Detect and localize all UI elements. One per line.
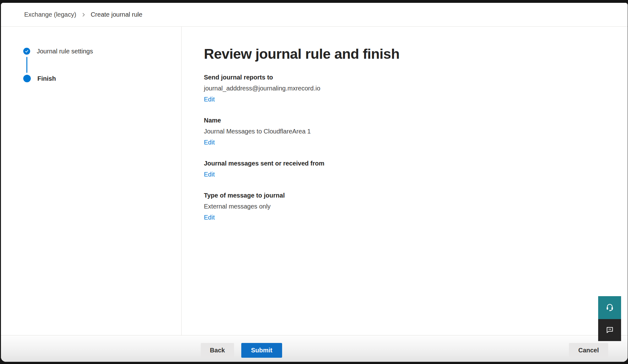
feedback-button[interactable]	[598, 319, 621, 341]
chat-bubble-icon	[605, 325, 614, 335]
step-journal-rule-settings[interactable]: Journal rule settings	[23, 47, 181, 56]
breadcrumb-exchange-legacy[interactable]: Exchange (legacy)	[24, 11, 76, 18]
section-name: Name Journal Messages to CloudflareArea …	[204, 115, 615, 148]
message-type-value: External messages only	[204, 201, 615, 212]
help-button[interactable]	[598, 296, 621, 319]
cancel-button[interactable]: Cancel	[569, 343, 608, 358]
chevron-right-icon	[81, 13, 86, 17]
back-button[interactable]: Back	[201, 343, 234, 358]
headset-icon	[605, 303, 614, 312]
breadcrumb-current-page: Create journal rule	[91, 11, 143, 18]
step-connector-line	[26, 57, 27, 73]
submit-button[interactable]: Submit	[241, 343, 282, 358]
section-label: Send journal reports to	[204, 72, 615, 83]
floating-action-stack	[598, 296, 621, 341]
breadcrumb-bar: Exchange (legacy) Create journal rule	[1, 3, 628, 27]
page-title: Review journal rule and finish	[204, 46, 615, 62]
wizard-footer: Back Submit Cancel	[1, 335, 628, 362]
journal-report-address: journal_adddress@journaling.mxrecord.io	[204, 83, 615, 94]
edit-send-journal-reports-link[interactable]: Edit	[204, 94, 215, 105]
edit-message-type-link[interactable]: Edit	[204, 212, 215, 223]
breadcrumb: Exchange (legacy) Create journal rule	[24, 11, 142, 18]
edit-journal-messages-from-link[interactable]: Edit	[204, 169, 215, 180]
step-current-dot-icon	[23, 75, 31, 82]
section-label: Type of message to journal	[204, 190, 615, 201]
step-finish: Finish	[23, 74, 181, 83]
section-type-of-message: Type of message to journal External mess…	[204, 190, 615, 223]
section-label: Name	[204, 115, 615, 126]
step-label: Finish	[37, 74, 56, 83]
section-label: Journal messages sent or received from	[204, 158, 615, 169]
section-send-journal-reports-to: Send journal reports to journal_adddress…	[204, 72, 615, 105]
journal-rule-name: Journal Messages to CloudflareArea 1	[204, 126, 615, 137]
step-label: Journal rule settings	[37, 47, 93, 56]
edit-name-link[interactable]: Edit	[204, 137, 215, 148]
section-journal-messages-from: Journal messages sent or received from E…	[204, 158, 615, 180]
step-completed-check-icon	[23, 48, 30, 55]
app-window: Exchange (legacy) Create journal rule Jo…	[1, 3, 628, 362]
wizard-steps-panel: Journal rule settings Finish	[1, 27, 182, 335]
review-panel: Review journal rule and finish Send jour…	[182, 27, 628, 335]
